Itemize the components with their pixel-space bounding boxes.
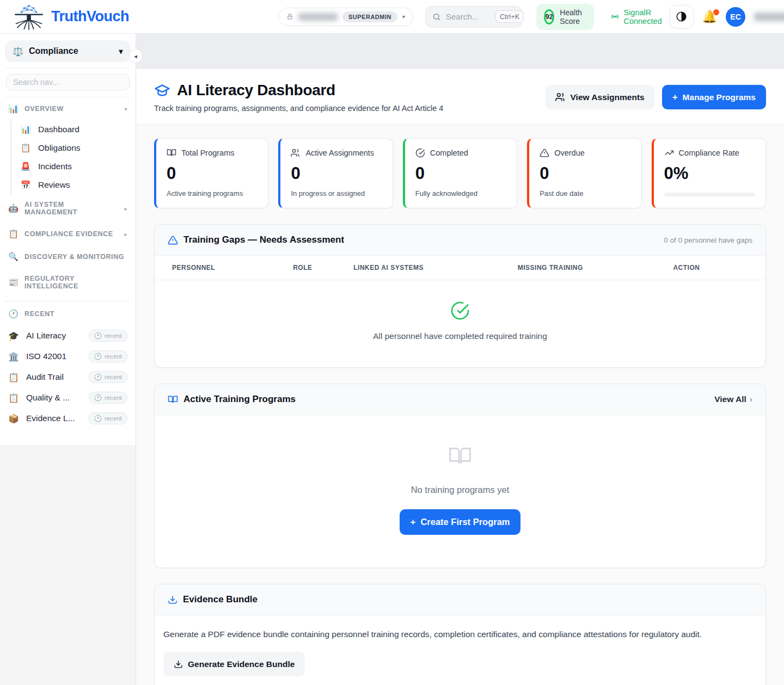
stat-card-total-programs: Total Programs 0 Active training program… <box>154 138 268 208</box>
search-icon <box>432 13 441 21</box>
sidebar-item-dashboard[interactable]: 📊 Dashboard <box>15 120 131 139</box>
stats-row: Total Programs 0 Active training program… <box>154 138 766 208</box>
chevron-right-icon: ▸ <box>124 231 127 237</box>
search-input[interactable] <box>446 12 491 21</box>
clock-icon: 🕐 <box>94 332 102 340</box>
stat-sublabel: Active training programs <box>167 189 258 198</box>
page-header: AI Literacy Dashboard Track training pro… <box>136 69 784 125</box>
recent-item-evidence[interactable]: 📦 Evidence L... 🕐recent <box>5 408 131 429</box>
sidebar-group-compliance-evidence[interactable]: 📋 COMPLIANCE EVIDENCE ▸ <box>5 223 131 245</box>
sidebar-collapse-button[interactable]: ◂ <box>128 49 143 63</box>
recent-badge: 🕐recent <box>89 392 127 404</box>
truthvouch-logo-icon <box>12 3 46 30</box>
clipboard-icon: 📋 <box>8 372 19 382</box>
recent-item-quality[interactable]: 📋 Quality & ... 🕐recent <box>5 387 131 408</box>
notifications-bell[interactable]: 🔔 <box>702 11 717 23</box>
clock-icon: 🕐 <box>94 373 102 381</box>
sidebar-group-regulatory-intelligence[interactable]: 📰 REGULATORY INTELLIGENCE <box>5 268 131 297</box>
sidebar-item-incidents[interactable]: 🚨 Incidents <box>15 157 131 176</box>
recent-badge: 🕐recent <box>89 412 127 424</box>
sidebar-item-reviews[interactable]: 📅 Reviews <box>15 176 131 194</box>
page-title: AI Literacy Dashboard <box>177 82 335 99</box>
graduation-cap-icon: 🎓 <box>8 331 19 341</box>
clipboard-icon: 📋 <box>8 229 19 239</box>
scales-icon: ⚖️ <box>13 46 23 57</box>
trend-up-icon <box>664 148 674 158</box>
notification-dot <box>713 9 719 15</box>
users-icon <box>291 148 301 158</box>
avatar[interactable]: EC <box>726 7 745 27</box>
theme-half-circle-icon <box>676 11 687 22</box>
bar-chart-icon: 📊 <box>20 125 31 134</box>
clipboard-icon: 📋 <box>8 393 19 403</box>
evidence-bundle-section: Evidence Bundle Generate a PDF evidence … <box>154 584 766 685</box>
health-score-label: Health Score <box>560 8 586 26</box>
sidebar-group-ai-system-management[interactable]: 🤖 AI SYSTEM MANAGEMENT ▸ <box>5 194 131 223</box>
brand[interactable]: TruthVouch <box>12 3 129 30</box>
org-selector[interactable]: SUPERADMIN ▾ <box>278 8 413 26</box>
stat-label: Compliance Rate <box>679 149 739 157</box>
module-switcher-compliance[interactable]: ⚖️ Compliance ▾ <box>5 40 131 62</box>
module-label: Compliance <box>29 46 113 56</box>
book-open-icon <box>167 148 176 158</box>
page-subtitle: Track training programs, assignments, an… <box>154 104 443 113</box>
view-all-link[interactable]: View All › <box>714 394 752 404</box>
column-action: ACTION <box>673 264 748 271</box>
robot-icon: 🤖 <box>8 203 19 213</box>
evidence-description: Generate a PDF evidence bundle containin… <box>163 630 757 639</box>
magnifier-icon: 🔍 <box>8 252 19 262</box>
plus-icon: + <box>672 92 678 103</box>
recent-item-iso-42001[interactable]: 🏛️ ISO 42001 🕐recent <box>5 346 131 367</box>
health-score: 92 Health Score <box>536 4 594 30</box>
stat-label: Total Programs <box>181 149 235 157</box>
warning-triangle-icon <box>540 148 549 158</box>
chevron-down-icon: ▾ <box>402 14 405 20</box>
generate-evidence-bundle-button[interactable]: Generate Evidence Bundle <box>163 652 305 676</box>
clock-icon: 🕐 <box>94 394 102 402</box>
role-badge: SUPERADMIN <box>342 11 397 22</box>
stat-label: Completed <box>430 149 468 157</box>
warning-triangle-icon <box>168 235 178 245</box>
book-open-icon <box>448 445 472 468</box>
broadcast-icon <box>610 12 620 21</box>
stat-card-compliance-rate: Compliance Rate 0% <box>652 138 766 208</box>
recent-item-ai-literacy[interactable]: 🎓 AI Literacy 🕐recent <box>5 325 131 346</box>
recent-badge: 🕐recent <box>89 330 127 342</box>
recent-badge: 🕐recent <box>89 350 127 362</box>
clock-icon: 🕐 <box>94 353 102 360</box>
download-icon <box>168 595 177 604</box>
package-icon: 📦 <box>8 414 19 424</box>
stat-card-active-assignments: Active Assignments 0 In progress or assi… <box>278 138 393 208</box>
gaps-empty-state: All personnel have completed required tr… <box>155 280 765 367</box>
user-name-redacted <box>754 13 784 21</box>
programs-empty-state: No training programs yet + Create First … <box>155 415 765 567</box>
create-first-program-button[interactable]: + Create First Program <box>400 509 520 535</box>
stat-sublabel: Past due date <box>540 189 630 198</box>
users-icon <box>555 92 566 102</box>
recent-item-audit-trail[interactable]: 📋 Audit Trail 🕐recent <box>5 367 131 387</box>
calendar-icon: 📅 <box>20 180 31 190</box>
global-search[interactable]: Ctrl+K <box>425 6 522 28</box>
main-content: AI Literacy Dashboard Track training pro… <box>136 34 784 685</box>
health-score-ring: 92 <box>544 9 554 24</box>
stat-value: 0 <box>167 164 258 183</box>
sidebar-item-obligations[interactable]: 📋 Obligations <box>15 139 131 157</box>
search-shortcut: Ctrl+K <box>495 10 524 23</box>
clock-icon: 🕐 <box>94 415 102 422</box>
stat-sublabel: In progress or assigned <box>291 189 382 198</box>
view-assignments-button[interactable]: View Assignments <box>545 85 655 109</box>
compliance-progress-bar <box>664 193 755 196</box>
chevron-right-icon: ▸ <box>124 206 127 212</box>
stat-label: Overdue <box>554 149 585 157</box>
column-personnel: PERSONNEL <box>172 264 293 271</box>
org-name-redacted <box>298 13 338 21</box>
clipboard-icon: 📋 <box>20 143 31 153</box>
manage-programs-button[interactable]: + Manage Programs <box>662 85 766 109</box>
sidebar-search-input[interactable] <box>6 74 130 90</box>
sidebar-group-overview[interactable]: 📊 OVERVIEW ▾ <box>5 97 131 120</box>
sidebar-group-discovery-monitoring[interactable]: 🔍 DISCOVERY & MONITORING <box>5 245 131 268</box>
gaps-table-header: PERSONNEL ROLE LINKED AI SYSTEMS MISSING… <box>155 256 765 280</box>
column-missing-training: MISSING TRAINING <box>518 264 673 271</box>
bank-icon: 🏛️ <box>8 351 19 362</box>
theme-toggle-button[interactable] <box>670 5 694 29</box>
